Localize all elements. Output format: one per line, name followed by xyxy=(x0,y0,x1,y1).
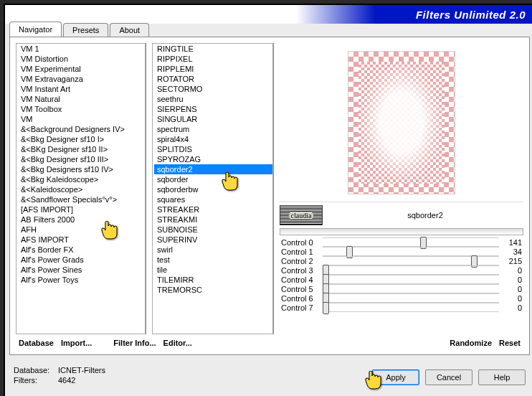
filter-info-link[interactable]: Filter Info... xyxy=(113,339,156,347)
tab-about[interactable]: About xyxy=(110,23,149,37)
filters-count-value: 4642 xyxy=(58,375,75,385)
list-item[interactable]: SECTORMO xyxy=(154,84,272,94)
list-item[interactable]: &<Background Designers IV> xyxy=(18,124,145,134)
list-item[interactable]: &<Bkg Designer sf10 I> xyxy=(18,134,145,144)
author-badge-text: claudia xyxy=(289,212,314,220)
editor-link[interactable]: Editor... xyxy=(163,339,192,347)
list-item[interactable]: SINGULAR xyxy=(154,114,272,124)
control-row: Control 2215 xyxy=(280,256,523,265)
control-slider[interactable] xyxy=(323,303,499,312)
control-label: Control 5 xyxy=(280,285,323,293)
control-slider[interactable] xyxy=(323,275,499,284)
list-item[interactable]: VM Toolbox xyxy=(18,104,145,114)
filters-count-label: Filters: xyxy=(14,375,55,385)
control-value: 0 xyxy=(499,266,523,275)
preview-area xyxy=(280,43,523,202)
preview-image xyxy=(348,51,455,194)
reset-link[interactable]: Reset xyxy=(499,339,521,347)
list-item[interactable]: &<Bkg Designers sf10 IV> xyxy=(18,164,145,174)
list-item[interactable]: Alf's Border FX xyxy=(18,245,145,255)
list-item[interactable]: Alf's Power Toys xyxy=(18,275,145,285)
list-item[interactable]: RIPPLEMI xyxy=(154,64,272,74)
list-item[interactable]: TREMORSC xyxy=(154,285,272,295)
controls-list: Control 0141Control 134Control 2215Contr… xyxy=(280,237,523,334)
cancel-button[interactable]: Cancel xyxy=(425,369,472,385)
import-link[interactable]: Import... xyxy=(61,339,92,347)
list-item[interactable]: AB Filters 2000 xyxy=(18,214,145,225)
list-item[interactable]: VM Extravaganza xyxy=(18,74,145,84)
list-item[interactable]: SPYROZAG xyxy=(154,154,272,164)
right-panel: claudia sqborder2 Control 0141Control 13… xyxy=(280,43,523,334)
slider-thumb[interactable] xyxy=(323,302,329,314)
database-link[interactable]: Database xyxy=(19,339,54,347)
list-item[interactable]: [AFS IMPORT] xyxy=(18,204,145,214)
control-label: Control 3 xyxy=(280,266,323,275)
list-item[interactable]: ROTATOR xyxy=(154,74,272,84)
filter-column: RINGTILERIPPIXELRIPPLEMIROTATORSECTORMOs… xyxy=(152,43,274,334)
control-row: Control 40 xyxy=(280,275,523,284)
list-item[interactable]: tile xyxy=(154,265,272,275)
control-value: 0 xyxy=(499,275,523,284)
list-item[interactable]: VM Experimental xyxy=(18,64,145,74)
list-item[interactable]: SPLITDIS xyxy=(154,144,272,154)
list-item[interactable]: test xyxy=(154,255,272,265)
list-item[interactable]: VM Instant Art xyxy=(18,84,145,94)
list-item[interactable]: VM xyxy=(18,114,145,124)
list-item[interactable]: RIPPIXEL xyxy=(154,54,272,64)
control-row: Control 50 xyxy=(280,284,523,293)
status-info: Database: ICNET-Filters Filters: 4642 xyxy=(14,365,105,385)
list-item[interactable]: sqborderbw xyxy=(154,184,272,194)
control-value: 0 xyxy=(499,285,523,293)
app-title: Filters Unlimited 2.0 xyxy=(416,9,526,21)
control-row: Control 60 xyxy=(280,293,523,303)
tab-presets[interactable]: Presets xyxy=(63,23,108,37)
list-item[interactable]: swirl xyxy=(154,245,272,255)
control-slider[interactable] xyxy=(323,265,499,275)
list-item[interactable]: &<Bkg Designer sf10 III> xyxy=(18,154,145,164)
list-item[interactable]: &<Bkg Kaleidoscope> xyxy=(18,174,145,184)
list-item[interactable]: AFH xyxy=(18,225,145,235)
list-item[interactable]: &<Kaleidoscope> xyxy=(18,184,145,194)
control-value: 0 xyxy=(499,294,523,303)
tab-strip: NavigatorPresetsAbout xyxy=(5,22,532,37)
control-slider[interactable] xyxy=(323,284,499,293)
list-item[interactable]: VM Distortion xyxy=(18,54,145,64)
list-item[interactable]: STREAKER xyxy=(154,204,272,214)
control-row: Control 0141 xyxy=(280,237,523,247)
control-label: Control 6 xyxy=(280,294,323,303)
list-item[interactable]: sqborder xyxy=(154,174,272,184)
help-button[interactable]: Help xyxy=(478,369,526,385)
list-item[interactable]: spectrum xyxy=(154,124,272,134)
list-item[interactable]: VM 1 xyxy=(18,44,145,54)
cursor-pointer-icon xyxy=(220,172,242,192)
list-item[interactable]: AFS IMPORT xyxy=(18,235,145,245)
tab-navigator[interactable]: Navigator xyxy=(9,22,62,37)
control-value: 215 xyxy=(499,257,523,265)
list-item[interactable]: Alf's Power Grads xyxy=(18,255,145,265)
list-item[interactable]: spiral4x4 xyxy=(154,134,272,144)
list-item[interactable]: seethru xyxy=(154,94,272,104)
control-row: Control 30 xyxy=(280,265,523,275)
list-item[interactable]: SUBNOISE xyxy=(154,225,272,235)
category-list[interactable]: VM 1VM DistortionVM ExperimentalVM Extra… xyxy=(16,43,146,334)
list-item[interactable]: sqborder2 xyxy=(154,164,272,174)
list-item[interactable]: TILEMIRR xyxy=(154,275,272,285)
control-value: 0 xyxy=(499,303,523,312)
filter-list[interactable]: RINGTILERIPPIXELRIPPLEMIROTATORSECTORMOs… xyxy=(152,43,273,334)
list-item[interactable]: STREAKMI xyxy=(154,214,272,225)
list-item[interactable]: &<BKg Designer sf10 II> xyxy=(18,144,145,154)
control-slider[interactable] xyxy=(323,256,499,265)
control-label: Control 4 xyxy=(280,275,323,284)
list-item[interactable]: &<Sandflower Specials°v°> xyxy=(18,194,145,204)
randomize-link[interactable]: Randomize xyxy=(450,339,492,347)
list-item[interactable]: RINGTILE xyxy=(154,44,272,54)
filter-title-row: claudia sqborder2 xyxy=(280,202,523,228)
category-column: VM 1VM DistortionVM ExperimentalVM Extra… xyxy=(16,43,146,334)
list-item[interactable]: SIERPENS xyxy=(154,104,272,114)
list-item[interactable]: SUPERINV xyxy=(154,235,272,245)
list-item[interactable]: VM Natural xyxy=(18,94,145,104)
list-item[interactable]: Alf's Power Sines xyxy=(18,265,145,275)
control-label: Control 0 xyxy=(280,238,323,247)
list-item[interactable]: squares xyxy=(154,194,272,204)
control-slider[interactable] xyxy=(323,293,499,303)
